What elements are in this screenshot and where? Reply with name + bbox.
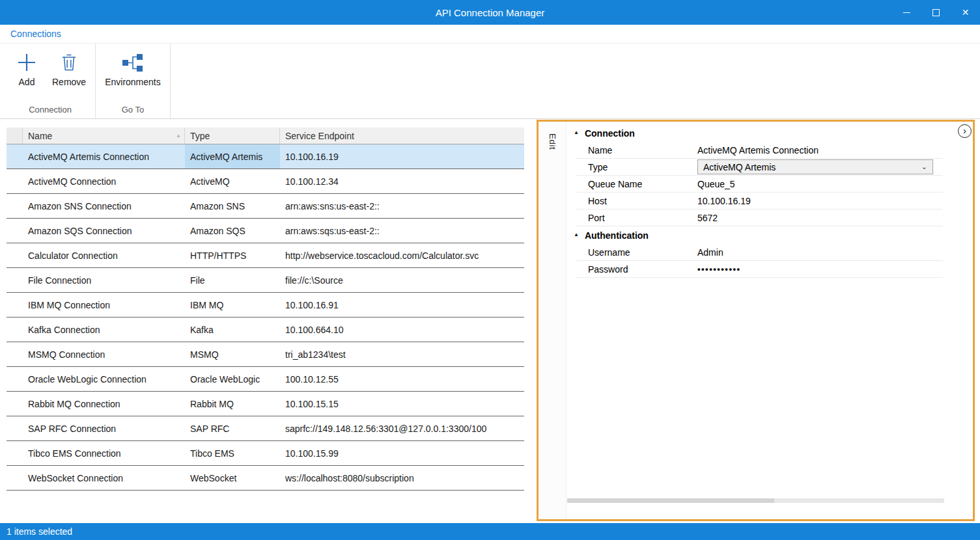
field-value[interactable]: Admin ⌄ <box>697 244 943 260</box>
row-name-cell: Oracle WebLogic Connection <box>23 367 185 391</box>
table-row[interactable]: Kafka Connection Kafka 10.100.664.10 <box>7 317 524 342</box>
row-endpoint-cell: 10.100.12.34 <box>280 169 524 193</box>
row-name-cell: MSMQ Connection <box>23 342 185 366</box>
row-type-cell: MSMQ <box>185 342 280 366</box>
row-type-cell: WebSocket <box>185 466 280 490</box>
row-name-cell: Amazon SNS Connection <box>23 194 185 218</box>
header-name[interactable]: Name ▲ <box>23 128 185 144</box>
row-selector-cell <box>7 243 23 267</box>
remove-button[interactable]: Remove <box>46 47 92 90</box>
table-row[interactable]: Amazon SQS Connection Amazon SQS arn:aws… <box>7 219 524 243</box>
table-row[interactable]: Calculator Connection HTTP/HTTPS http://… <box>7 243 524 268</box>
header-selector-column <box>7 128 23 144</box>
row-endpoint-cell: file://c:\Source <box>280 268 524 292</box>
maximize-button[interactable] <box>921 0 951 25</box>
environments-button[interactable]: Environments <box>98 47 167 90</box>
row-name-cell: Amazon SQS Connection <box>23 219 185 243</box>
field-value[interactable]: ActiveMQ Artemis ⌄ <box>697 159 933 174</box>
add-button[interactable]: Add <box>8 47 46 90</box>
row-name-cell: SAP RFC Connection <box>23 416 185 440</box>
table-row[interactable]: Oracle WebLogic Connection Oracle WebLog… <box>7 367 524 392</box>
row-endpoint-cell: saprfc://149.148.12.56:3301@127.0.0.1:33… <box>280 416 524 440</box>
window-controls: ✕ <box>892 0 980 25</box>
row-name-cell: ActiveMQ Connection <box>23 169 185 193</box>
section-header[interactable]: ▲ Connection <box>567 124 970 142</box>
field-label: Username <box>576 247 697 258</box>
edit-panel: Edit ▲ Connection Name ActiveMQ Artemis … <box>537 120 975 521</box>
table-row[interactable]: Tibco EMS Connection Tibco EMS 10.100.15… <box>7 441 524 466</box>
row-endpoint-cell: 10.100.15.99 <box>280 441 524 465</box>
field-value[interactable]: Queue_5 ⌄ <box>697 176 943 192</box>
remove-button-label: Remove <box>52 77 86 87</box>
row-type-cell: Tibco EMS <box>185 441 280 465</box>
scrollbar-thumb[interactable] <box>567 498 774 503</box>
collapse-panel-button[interactable]: › <box>958 124 972 138</box>
row-name-cell: Calculator Connection <box>23 243 185 267</box>
minimize-button[interactable] <box>892 0 921 25</box>
field-label: Name <box>576 145 697 155</box>
section-header[interactable]: ▲ Authentication <box>567 226 970 244</box>
close-icon: ✕ <box>962 8 970 17</box>
titlebar: API Connection Manager ✕ <box>0 0 980 25</box>
table-row[interactable]: Rabbit MQ Connection Rabbit MQ 10.100.15… <box>7 392 524 416</box>
edit-panel-side-label: Edit <box>548 122 557 519</box>
section-title: Connection <box>585 128 635 139</box>
row-selector-cell <box>7 441 23 465</box>
table-row[interactable]: IBM MQ Connection IBM MQ 10.100.16.91 <box>7 293 524 317</box>
trash-icon <box>61 50 77 75</box>
field-label: Queue Name <box>576 179 697 189</box>
table-row[interactable]: SAP RFC Connection SAP RFC saprfc://149.… <box>7 416 524 441</box>
ribbon-group-label-connection: Connection <box>8 105 92 118</box>
header-type[interactable]: Type <box>185 128 280 144</box>
edit-field-row: Username Admin ⌄ <box>576 244 943 261</box>
expander-icon: ▲ <box>574 232 579 237</box>
row-selector-cell <box>7 317 23 342</box>
field-value[interactable]: ActiveMQ Artemis Connection ⌄ <box>697 142 943 158</box>
table-body: ActiveMQ Artemis Connection ActiveMQ Art… <box>7 144 524 491</box>
environments-button-label: Environments <box>105 77 161 87</box>
minimize-icon <box>903 12 910 13</box>
section-title: Authentication <box>585 230 649 241</box>
ribbon-tab-row: Connections <box>0 25 980 44</box>
row-selector-cell <box>7 268 23 292</box>
table-row[interactable]: MSMQ Connection MSMQ tri_ab1234\test <box>7 342 524 367</box>
row-endpoint-cell: 100.10.12.55 <box>280 367 524 391</box>
add-button-label: Add <box>19 77 35 87</box>
header-endpoint[interactable]: Service Endpoint <box>280 128 524 144</box>
field-value[interactable]: 5672 ⌄ <box>697 209 943 226</box>
row-selector-cell <box>7 169 23 193</box>
tab-connections[interactable]: Connections <box>10 29 61 39</box>
row-selector-cell <box>7 416 23 440</box>
row-name-cell: Tibco EMS Connection <box>23 441 185 465</box>
row-type-cell: ActiveMQ <box>185 169 280 193</box>
edit-panel-side-tab[interactable]: Edit <box>539 122 567 519</box>
row-selector-cell <box>7 392 23 416</box>
chevron-right-icon: › <box>963 126 966 135</box>
table-row[interactable]: File Connection File file://c:\Source <box>7 268 524 293</box>
row-selector-cell <box>7 342 23 366</box>
connections-table: Name ▲ Type Service Endpoint ActiveMQ Ar… <box>7 128 524 491</box>
table-row[interactable]: Amazon SNS Connection Amazon SNS arn:aws… <box>7 194 524 219</box>
row-name-cell: Kafka Connection <box>23 317 185 342</box>
close-button[interactable]: ✕ <box>951 0 980 25</box>
row-type-cell: Amazon SQS <box>185 219 280 243</box>
edit-sections: ▲ Connection Name ActiveMQ Artemis Conne… <box>567 124 970 278</box>
field-value[interactable]: 10.100.16.19 ⌄ <box>697 193 943 209</box>
table-row[interactable]: ActiveMQ Connection ActiveMQ 10.100.12.3… <box>7 169 524 194</box>
row-endpoint-cell: 10.100.664.10 <box>280 317 524 342</box>
environments-icon <box>122 50 144 75</box>
edit-field-row: Password ••••••••••• ⌄ <box>576 261 943 278</box>
table-row[interactable]: WebSocket Connection WebSocket ws://loca… <box>7 466 524 491</box>
table-row[interactable]: ActiveMQ Artemis Connection ActiveMQ Art… <box>7 144 524 169</box>
row-type-cell: Kafka <box>185 317 280 342</box>
row-selector-cell <box>7 194 23 218</box>
plus-icon <box>16 50 37 75</box>
table-header: Name ▲ Type Service Endpoint <box>7 128 524 144</box>
field-value[interactable]: ••••••••••• ⌄ <box>697 261 943 277</box>
row-type-cell: IBM MQ <box>185 293 280 317</box>
ribbon-group-label-goto: Go To <box>98 105 167 118</box>
row-type-cell: Oracle WebLogic <box>185 367 280 391</box>
horizontal-scrollbar[interactable] <box>567 498 944 503</box>
row-name-cell: File Connection <box>23 268 185 292</box>
row-selector-cell <box>7 144 23 169</box>
